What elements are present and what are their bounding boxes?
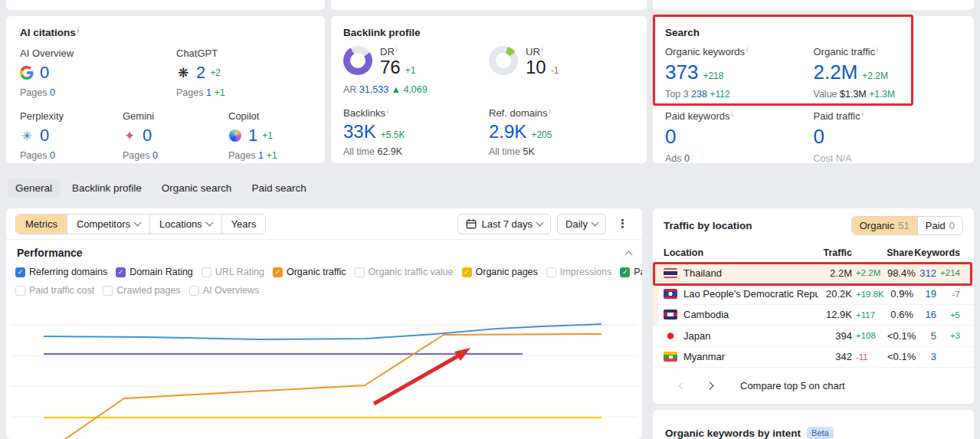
checkbox-icon[interactable] — [15, 286, 25, 296]
checkbox-icon[interactable] — [189, 286, 199, 296]
copilot-value: 1 — [248, 126, 257, 146]
segment-metrics[interactable]: Metrics — [16, 215, 67, 234]
myanmar-flag-icon — [664, 352, 677, 362]
compare-top5-button[interactable]: Compare top 5 on chart — [740, 380, 845, 391]
checkbox-icon[interactable] — [15, 267, 25, 277]
checkbox-icon[interactable] — [546, 267, 556, 277]
info-icon — [77, 27, 80, 34]
paid-keywords-metric: Paid keywords 0 Ads 0 — [665, 110, 814, 164]
annotation-arrow-shaft — [374, 355, 459, 404]
location-table-header: Location Traffic Share Keywords — [664, 244, 963, 263]
date-range-button[interactable]: Last 7 days — [457, 214, 552, 234]
tab-organic-search[interactable]: Organic search — [154, 179, 240, 198]
info-icon — [732, 110, 733, 118]
ref-domains-metric: Ref. domains 2.9K+205 All time 5K — [489, 107, 634, 157]
segment-competitors[interactable]: Competitors — [67, 215, 149, 234]
ref-domains-value[interactable]: 2.9K — [489, 122, 526, 141]
col-keywords[interactable]: Keywords — [913, 247, 960, 258]
metric-domain-rating[interactable]: Domain Rating — [116, 267, 193, 277]
info-icon — [387, 107, 388, 115]
previous-row-card-bottom — [331, 0, 647, 10]
table-row-cambodia[interactable]: Cambodia 12.9K +117 0.6% 16 +5 — [653, 305, 974, 326]
granularity-button[interactable]: Daily — [557, 214, 606, 234]
cambodia-flag-icon — [664, 310, 677, 319]
metric-paid-traffic-cost[interactable]: Paid traffic cost — [15, 285, 94, 296]
segment-locations[interactable]: Locations — [149, 215, 221, 234]
section-tabs: General Backlink profile Organic search … — [8, 179, 314, 198]
metric-referring-domains[interactable]: Referring domains — [15, 267, 107, 277]
laos-flag-icon — [664, 289, 677, 299]
previous-row-card-bottom — [6, 0, 325, 10]
segment-years[interactable]: Years — [221, 215, 266, 234]
table-row-laos[interactable]: Lao People's Democratic Reput 20.2K +19.… — [653, 283, 974, 304]
checkbox-icon[interactable] — [116, 267, 126, 277]
backlink-profile-card: Backlink profile DR 76+1 AR 31,533 ▲ 4,0… — [331, 16, 647, 163]
up-triangle-icon: ▲ — [392, 84, 401, 95]
checkbox-icon[interactable] — [462, 267, 472, 277]
checkbox-icon[interactable] — [620, 267, 630, 277]
search-card: Search Organic keywords 373+218 Top 3 23… — [653, 16, 974, 163]
paid-keywords-value[interactable]: 0 — [665, 125, 676, 149]
previous-row-card-bottom — [653, 0, 974, 10]
backlinks-value[interactable]: 33K — [343, 122, 376, 141]
info-icon — [862, 110, 864, 118]
perplexity-value: 0 — [40, 126, 49, 146]
checkbox-icon[interactable] — [202, 267, 211, 277]
chatgpt-value: 2 — [196, 63, 205, 83]
dr-value: 76 — [380, 57, 401, 77]
more-options-button[interactable]: ⋮ — [612, 217, 633, 231]
checkbox-icon[interactable] — [103, 286, 113, 296]
url-rating-donut — [489, 46, 518, 75]
metric-organic-pages[interactable]: Organic pages — [462, 267, 538, 277]
perplexity-metric: Perplexity ✳ 0 Pages 0 — [20, 110, 123, 161]
col-share[interactable]: Share — [852, 247, 913, 258]
chatgpt-delta: +2 — [210, 67, 221, 78]
table-row-japan[interactable]: Japan 394 +108 <0.1% 5 +3 — [653, 326, 974, 346]
collapse-chevron-icon[interactable] — [625, 251, 633, 258]
table-row-myanmar[interactable]: Myanmar 342 -11 <0.1% 3 — [653, 347, 974, 368]
metric-paid-traffic[interactable]: Paid traffic — [620, 267, 642, 277]
organic-traffic-value[interactable]: 2.2M — [814, 61, 858, 84]
paid-traffic-metric: Paid traffic 0 Cost N/A — [814, 110, 962, 164]
metric-crawled-pages[interactable]: Crawled pages — [103, 285, 180, 296]
copilot-icon — [228, 129, 242, 142]
ai-overview-metric: AI Overview 0 Pages 0 — [20, 48, 176, 98]
tab-paid-search[interactable]: Paid search — [244, 179, 313, 198]
domain-rating-donut — [343, 46, 372, 75]
prev-page-button[interactable] — [674, 383, 690, 388]
info-icon — [396, 46, 398, 54]
checkbox-icon[interactable] — [273, 267, 283, 277]
copilot-metric: Copilot 1 +1 Pages 1 +1 — [228, 110, 277, 161]
backlink-profile-title: Backlink profile — [343, 27, 634, 38]
table-row-thailand[interactable]: Thailand 2.2M +2.2M 98.4% 312 +214 — [653, 263, 974, 283]
tab-general[interactable]: General — [8, 179, 60, 198]
checkbox-icon[interactable] — [355, 267, 365, 277]
ur-value: 10 — [526, 57, 546, 77]
chevron-down-icon — [592, 219, 599, 227]
paid-traffic-value[interactable]: 0 — [814, 125, 824, 149]
col-traffic[interactable]: Traffic — [818, 247, 852, 258]
series-referring-domains — [44, 324, 601, 339]
chevron-down-icon — [134, 219, 142, 227]
next-page-button[interactable] — [702, 383, 717, 388]
japan-flag-icon — [664, 331, 677, 341]
organic-keywords-value[interactable]: 373 — [665, 61, 698, 84]
thailand-flag-icon — [664, 268, 677, 278]
toggle-organic[interactable]: Organic51 — [852, 217, 917, 234]
info-icon — [746, 46, 748, 54]
metric-organic-traffic[interactable]: Organic traffic — [273, 267, 346, 277]
organic-keywords-metric: Organic keywords 373+218 Top 3 238 +112 — [665, 46, 814, 100]
tab-backlink-profile[interactable]: Backlink profile — [64, 179, 149, 198]
ur-delta: -1 — [551, 66, 559, 76]
chatgpt-metric: ChatGPT ❋ 2 +2 Pages 1 +1 — [176, 48, 225, 98]
performance-line-chart[interactable] — [6, 299, 642, 439]
metric-impressions[interactable]: Impressions — [546, 267, 611, 277]
metric-ai-overviews[interactable]: AI Overviews — [189, 285, 260, 296]
col-location[interactable]: Location — [664, 247, 818, 258]
toggle-paid[interactable]: Paid0 — [917, 217, 962, 234]
beta-badge: Beta — [807, 427, 834, 439]
chart-mode-segmented-control: Metrics Competitors Locations Years — [15, 214, 266, 234]
chart-toolbar: Metrics Competitors Locations Years Last… — [6, 208, 642, 240]
metric-organic-traffic-value[interactable]: Organic traffic value — [355, 267, 454, 277]
metric-url-rating[interactable]: URL Rating — [202, 267, 264, 277]
